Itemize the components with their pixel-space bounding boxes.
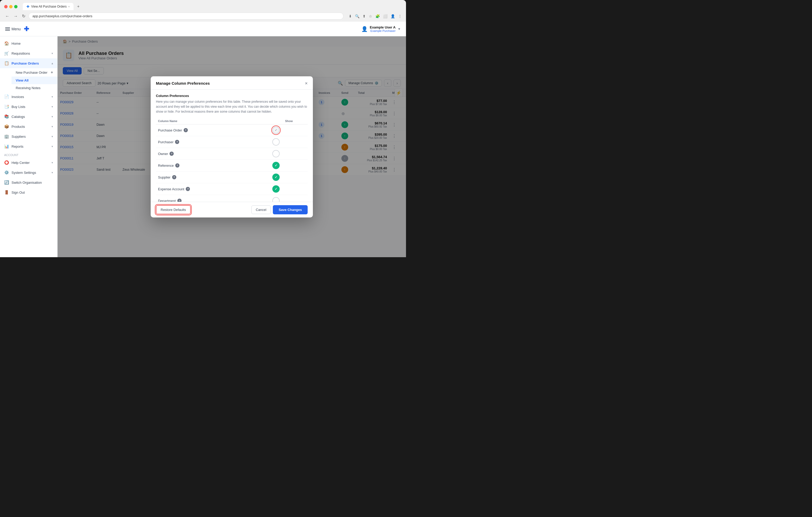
help-center-icon: ⭕ <box>4 160 9 165</box>
sidebar-item-sign-out[interactable]: 🚪 Sign Out <box>0 187 57 197</box>
sidebar-item-switch-org[interactable]: 🔄 Switch Organisation <box>0 178 57 187</box>
browser-tabs: ✚ View All Purchase Orders × + <box>23 3 82 10</box>
sidebar-label-home: Home <box>11 41 21 45</box>
column-row-expense-account: Expense Account ? ✓ <box>156 183 308 195</box>
column-row-supplier: Supplier ? ✓ <box>156 172 308 183</box>
chevron-down-icon-sys: ▾ <box>52 171 53 174</box>
help-icon[interactable]: ? <box>186 187 190 191</box>
home-icon: 🏠 <box>4 41 9 46</box>
sidebar-sub-new-po[interactable]: New Purchase Order + <box>11 68 57 77</box>
cancel-button[interactable]: Cancel <box>252 206 271 214</box>
modal-footer: Restore Defaults Cancel Save Changes <box>151 202 313 217</box>
help-icon[interactable]: ? <box>175 163 179 168</box>
chevron-down-icon: ▾ <box>52 52 53 55</box>
manage-columns-modal: Manage Column Preferences × Column Prefe… <box>151 76 313 217</box>
sidebar-sub-receiving-notes[interactable]: Receiving Notes <box>11 84 57 92</box>
search-icon[interactable]: 🔍 <box>355 14 359 18</box>
toggle-purchase-order[interactable]: ✓ <box>272 126 280 134</box>
column-name-cell: Department ? <box>158 199 268 202</box>
toggle-reference[interactable]: ✓ <box>272 162 280 169</box>
save-changes-button[interactable]: Save Changes <box>273 205 308 214</box>
sidebar-item-invoices[interactable]: 📄 Invoices ▾ <box>0 92 57 102</box>
modal-overlay[interactable]: Manage Column Preferences × Column Prefe… <box>58 36 406 257</box>
sidebar-item-suppliers[interactable]: 🏢 Suppliers ▾ <box>0 131 57 142</box>
user-info: Example User A Example Purchaser <box>370 25 396 32</box>
modal-close-button[interactable]: × <box>305 81 308 86</box>
column-name-cell: Supplier ? <box>158 175 268 179</box>
minimize-traffic-light[interactable] <box>9 5 12 8</box>
sidebar-item-reports[interactable]: 📊 Reports ▾ <box>0 142 57 151</box>
app-logo: ✚ <box>24 25 29 33</box>
show-header: Show <box>270 118 308 124</box>
app-header: Menu ✚ 👤 Example User A Example Purchase… <box>0 22 406 36</box>
download-icon[interactable]: ⬇ <box>349 14 352 18</box>
column-name-label: Purchase Order <box>158 128 182 132</box>
column-name-label: Owner <box>158 152 168 156</box>
sidebar-item-products[interactable]: 📦 Products ▾ <box>0 122 57 131</box>
column-name-cell: Expense Account ? <box>158 187 268 191</box>
column-name-label: Expense Account <box>158 187 184 191</box>
share-icon[interactable]: ⬆ <box>362 14 366 18</box>
split-view-icon[interactable]: ⬜ <box>383 14 387 18</box>
header-left: Menu ✚ <box>5 25 29 33</box>
sidebar-item-requisitions[interactable]: 🛒 Requisitions ▾ <box>0 48 57 58</box>
sidebar-item-purchase-orders[interactable]: 📋 Purchase Orders ▴ <box>0 58 57 68</box>
help-icon[interactable]: ? <box>172 175 176 179</box>
toggle-department[interactable] <box>272 197 280 202</box>
sidebar-item-catalogs[interactable]: 📚 Catalogs ▾ <box>0 112 57 122</box>
sidebar-label-requisitions: Requisitions <box>11 52 30 55</box>
help-icon[interactable]: ? <box>175 140 179 144</box>
bookmark-icon[interactable]: ☆ <box>369 14 372 18</box>
help-icon[interactable]: ? <box>177 199 181 202</box>
main-layout: 🏠 Home 🛒 Requisitions ▾ 📋 Purchase Order… <box>0 36 406 257</box>
toggle-expense-account[interactable]: ✓ <box>272 185 280 193</box>
tab-close-button[interactable]: × <box>68 5 70 8</box>
sidebar-label-switch-org: Switch Organisation <box>11 181 42 185</box>
url-bar[interactable]: app.purchaseplus.com/purchase-orders <box>29 12 344 20</box>
active-browser-tab[interactable]: ✚ View All Purchase Orders × <box>23 3 74 10</box>
modal-title: Manage Column Preferences <box>156 81 210 86</box>
check-icon: ✓ <box>275 128 277 132</box>
new-tab-button[interactable]: + <box>75 3 82 10</box>
column-row-purchase-order: Purchase Order ? ✓ <box>156 124 308 136</box>
chevron-down-icon-rep: ▾ <box>52 145 53 148</box>
close-traffic-light[interactable] <box>4 5 7 8</box>
maximize-traffic-light[interactable] <box>14 5 18 8</box>
user-dropdown-chevron[interactable]: ▼ <box>398 27 401 31</box>
reload-button[interactable]: ↻ <box>21 12 26 20</box>
sidebar-label-invoices: Invoices <box>11 95 24 99</box>
user-avatar-icon[interactable]: 👤 <box>390 14 395 18</box>
restore-defaults-button[interactable]: Restore Defaults <box>156 205 191 214</box>
sidebar-item-help-center[interactable]: ⭕ Help Center ▾ <box>0 158 57 168</box>
chevron-down-icon-prod: ▾ <box>52 125 53 128</box>
toggle-supplier[interactable]: ✓ <box>272 174 280 181</box>
sidebar-item-home[interactable]: 🏠 Home <box>0 38 57 48</box>
browser-nav: ← → ↻ app.purchaseplus.com/purchase-orde… <box>0 10 406 22</box>
menu-button[interactable]: Menu <box>5 27 21 31</box>
sidebar-label-help-center: Help Center <box>11 161 30 165</box>
sidebar-sub-view-all[interactable]: View All <box>11 77 57 84</box>
check-icon: ✓ <box>275 175 277 179</box>
settings-icon[interactable]: ⋮ <box>398 14 402 18</box>
chevron-down-icon-sup: ▾ <box>52 135 53 138</box>
tab-favicon: ✚ <box>26 4 30 9</box>
user-name: Example User A <box>370 25 396 29</box>
back-button[interactable]: ← <box>4 13 10 20</box>
hamburger-icon <box>5 27 10 31</box>
column-name-cell: Owner ? <box>158 152 268 156</box>
modal-description-section: Column Preferences Here you can manage y… <box>156 94 308 115</box>
sidebar-item-buy-lists[interactable]: 📑 Buy Lists ▾ <box>0 102 57 112</box>
help-icon[interactable]: ? <box>170 152 174 156</box>
switch-org-icon: 🔄 <box>4 180 9 185</box>
help-icon[interactable]: ? <box>184 128 188 132</box>
toggle-purchaser[interactable] <box>272 138 280 146</box>
sidebar-label-purchase-orders: Purchase Orders <box>11 61 39 65</box>
system-settings-icon: ⚙️ <box>4 170 9 175</box>
sidebar-item-system-settings[interactable]: ⚙️ System Settings ▾ <box>0 168 57 178</box>
extensions-icon[interactable]: 🧩 <box>375 14 380 18</box>
purchase-orders-icon: 📋 <box>4 61 9 66</box>
toggle-owner[interactable] <box>272 150 280 157</box>
forward-button[interactable]: → <box>12 13 19 20</box>
browser-titlebar: ✚ View All Purchase Orders × + <box>0 0 406 10</box>
app-container: Menu ✚ 👤 Example User A Example Purchase… <box>0 22 406 257</box>
